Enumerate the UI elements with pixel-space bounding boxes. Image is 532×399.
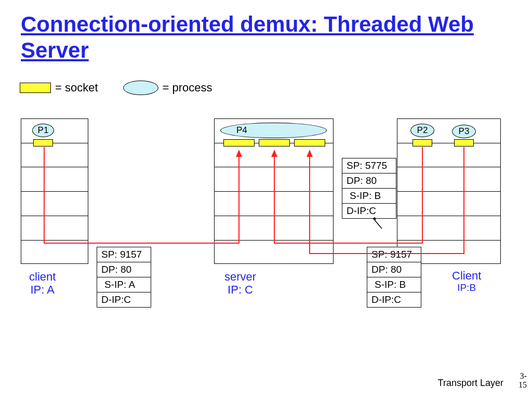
slide-title: Connection-oriented demux: Threaded Web … xyxy=(21,11,532,64)
process-p4: P4 xyxy=(220,123,327,138)
socket-c3 xyxy=(294,139,325,147)
host-b-label-l1: Client xyxy=(452,269,481,282)
socket-c1 xyxy=(223,139,255,147)
host-b-label-l2: IP:B xyxy=(452,282,481,294)
packet-right: SP: 9157 DP: 80 S-IP: B D-IP:C xyxy=(367,247,421,308)
packet-right-sp: SP: 9157 xyxy=(367,247,421,262)
footer-label: Transport Layer xyxy=(438,378,503,389)
host-a-label-l1: client xyxy=(29,270,56,283)
host-b-label: Client IP:B xyxy=(452,269,481,294)
packet-middle-dp: DP: 80 xyxy=(342,173,396,188)
legend-socket-icon xyxy=(20,83,51,93)
packet-middle-sip: S-IP: B xyxy=(342,188,396,203)
packet-middle-sp: SP: 5775 xyxy=(342,158,396,173)
page-number-a: 3- xyxy=(518,371,527,381)
packet-left-sip: S-IP: A xyxy=(97,277,151,292)
socket-b2 xyxy=(454,139,474,147)
legend-process-icon xyxy=(123,81,158,95)
host-a-label: client IP: A xyxy=(29,270,56,297)
host-c-label-l1: server xyxy=(224,270,256,283)
packet-right-dp: DP: 80 xyxy=(367,262,421,277)
host-c-label-l2: IP: C xyxy=(224,283,256,296)
packet-right-sip: S-IP: B xyxy=(367,277,421,292)
legend: = socket = process xyxy=(20,81,212,95)
legend-process-label: = process xyxy=(163,81,212,95)
socket-c2 xyxy=(259,139,290,147)
packet-middle-dip: D-IP:C xyxy=(342,203,396,218)
packet-left-dp: DP: 80 xyxy=(97,262,151,277)
socket-a1 xyxy=(33,139,53,147)
host-a-label-l2: IP: A xyxy=(29,283,56,296)
process-p3: P3 xyxy=(452,125,476,138)
legend-socket-label: = socket xyxy=(55,81,98,95)
page-number-b: 15 xyxy=(518,380,527,390)
socket-b1 xyxy=(413,139,432,147)
packet-left-dip: D-IP:C xyxy=(97,292,151,307)
packet-right-dip: D-IP:C xyxy=(367,292,421,307)
process-p2: P2 xyxy=(410,124,434,137)
page-number: 3- 15 xyxy=(518,371,527,390)
process-p1: P1 xyxy=(32,124,54,137)
packet-left-sp: SP: 9157 xyxy=(97,247,151,262)
host-c-label: server IP: C xyxy=(224,270,256,297)
packet-left: SP: 9157 DP: 80 S-IP: A D-IP:C xyxy=(97,247,151,308)
packet-middle: SP: 5775 DP: 80 S-IP: B D-IP:C xyxy=(342,158,396,219)
host-a-stack xyxy=(21,118,88,264)
